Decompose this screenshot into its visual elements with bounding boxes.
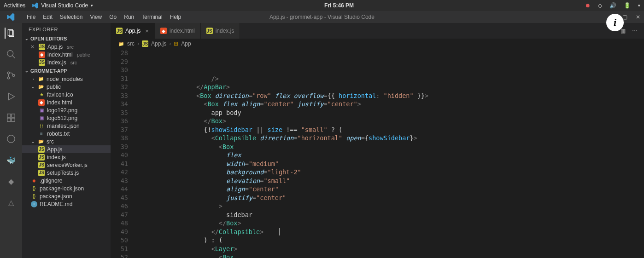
js-icon: JS bbox=[116, 28, 123, 34]
window-title: App.js - grommet-app - Visual Studio Cod… bbox=[269, 14, 375, 20]
close-editor-icon[interactable]: × bbox=[31, 44, 36, 50]
chevron-down-icon: ⌄ bbox=[25, 69, 29, 73]
activity-bar: 🐳 ◆ △ bbox=[0, 23, 22, 258]
menu-run[interactable]: Run bbox=[120, 12, 138, 22]
tree-item[interactable]: JSindex.js bbox=[22, 153, 111, 161]
code-content[interactable]: /> </AppBar> <Box direction="row" flex o… bbox=[136, 49, 644, 258]
tree-item[interactable]: JSsetupTests.js bbox=[22, 169, 111, 177]
json-icon: {} bbox=[31, 193, 37, 200]
tree-item[interactable]: ≡robots.txt bbox=[22, 130, 111, 138]
chevron-icon: ⌄ bbox=[31, 85, 35, 89]
chevron-icon: › bbox=[31, 77, 35, 81]
editor-tab[interactable]: JSApp.js× bbox=[111, 23, 155, 39]
chevron-down-icon: ⌄ bbox=[25, 36, 29, 41]
folder-icon: 📁 bbox=[38, 76, 44, 82]
extensions-icon[interactable] bbox=[6, 112, 17, 123]
open-editors-header[interactable]: ⌄ OPEN EDITORS bbox=[22, 35, 111, 42]
tree-item[interactable]: ★favicon.ico bbox=[22, 91, 111, 98]
azure-icon[interactable]: △ bbox=[6, 197, 17, 208]
screen-record-icon[interactable]: ⏺ bbox=[585, 2, 591, 9]
editor-group: JSApp.js×◆index.htmlJSindex.js▥⋯ 📁src›JS… bbox=[111, 23, 644, 258]
vscode-logo-icon bbox=[6, 13, 15, 21]
tree-item[interactable]: {}package-lock.json bbox=[22, 184, 111, 192]
img-icon: ▣ bbox=[38, 115, 45, 121]
activities-button[interactable]: Activities bbox=[4, 2, 25, 9]
tree-item[interactable]: JSserviceWorker.js bbox=[22, 161, 111, 169]
tree-item[interactable]: ⌄📂src bbox=[22, 138, 111, 145]
editor-tab[interactable]: JSindex.js bbox=[201, 23, 240, 39]
topbar-clock[interactable]: Fri 5:46 PM bbox=[93, 2, 585, 9]
svg-rect-11 bbox=[12, 118, 15, 121]
close-tab-icon[interactable]: × bbox=[145, 28, 149, 34]
js-icon: JS bbox=[38, 146, 45, 153]
open-editor-item[interactable]: ×JSApp.jssrc bbox=[22, 43, 111, 51]
more-icon[interactable]: ⋯ bbox=[632, 28, 638, 34]
html-icon: ◆ bbox=[160, 28, 167, 34]
svg-rect-9 bbox=[12, 114, 15, 117]
live-share-icon[interactable] bbox=[6, 133, 17, 144]
svg-point-2 bbox=[7, 51, 13, 57]
js-icon: JS bbox=[39, 44, 45, 50]
remote-icon[interactable]: ◆ bbox=[6, 176, 17, 187]
close-icon[interactable]: ✕ bbox=[636, 14, 640, 20]
menu-selection[interactable]: Selection bbox=[56, 12, 86, 22]
tree-item[interactable]: iREADME.md bbox=[22, 200, 111, 208]
svg-point-12 bbox=[7, 135, 15, 143]
folder-green-icon: 📂 bbox=[38, 84, 44, 90]
menu-file[interactable]: File bbox=[23, 12, 39, 22]
tree-item[interactable]: {}package.json bbox=[22, 192, 111, 200]
tree-item[interactable]: ▣logo512.png bbox=[22, 114, 111, 122]
txt-icon: ≡ bbox=[38, 131, 45, 137]
tree-item[interactable]: JSApp.js bbox=[22, 145, 111, 153]
sidebar-title: EXPLORER bbox=[22, 23, 111, 35]
breadcrumb-segment[interactable]: App bbox=[181, 40, 191, 47]
code-editor[interactable]: 2829303132333435363738394041424344454647… bbox=[111, 49, 644, 258]
text-cursor bbox=[279, 228, 280, 235]
menu-view[interactable]: View bbox=[86, 12, 105, 22]
tree-item[interactable]: ◆index.html bbox=[22, 98, 111, 106]
json-icon: {} bbox=[31, 185, 37, 192]
star-icon: ★ bbox=[38, 92, 45, 98]
menu-go[interactable]: Go bbox=[105, 12, 120, 22]
tree-item[interactable]: ⌄📂public bbox=[22, 83, 111, 91]
js-icon: JS bbox=[38, 162, 45, 168]
tree-item[interactable]: ▣logo192.png bbox=[22, 106, 111, 114]
js-icon: JS bbox=[39, 59, 45, 66]
line-gutter: 2829303132333435363738394041424344454647… bbox=[111, 49, 136, 258]
battery-icon[interactable]: 🔋 bbox=[624, 2, 631, 9]
desktop-topbar: Activities Visual Studio Code ▾ Fri 5:46… bbox=[0, 0, 644, 11]
open-editor-item[interactable]: ◆index.htmlpublic bbox=[22, 51, 111, 58]
svg-rect-10 bbox=[7, 118, 11, 121]
open-editor-item[interactable]: JSindex.jssrc bbox=[22, 58, 111, 66]
docker-icon[interactable]: 🐳 bbox=[6, 155, 17, 166]
menu-help[interactable]: Help bbox=[166, 12, 185, 22]
menu-terminal[interactable]: Terminal bbox=[138, 12, 166, 22]
breadcrumb-segment[interactable]: App.js bbox=[151, 40, 166, 47]
run-debug-icon[interactable] bbox=[6, 91, 17, 102]
svg-line-3 bbox=[12, 56, 15, 58]
editor-tab[interactable]: ◆index.html bbox=[155, 23, 201, 39]
breadcrumb[interactable]: 📁src›JSApp.js›⊞App bbox=[111, 39, 644, 49]
project-header[interactable]: ⌄ GROMMET-APP bbox=[22, 67, 111, 75]
volume-icon[interactable]: 🔊 bbox=[609, 2, 616, 9]
wifi-icon[interactable]: ◇ bbox=[598, 2, 602, 9]
vscode-icon bbox=[32, 2, 38, 9]
breadcrumb-segment[interactable]: src bbox=[127, 40, 135, 47]
menu-edit[interactable]: Edit bbox=[39, 12, 56, 22]
explorer-icon[interactable] bbox=[5, 28, 16, 39]
system-menu-icon[interactable]: ▾ bbox=[638, 3, 640, 8]
html-icon: ◆ bbox=[39, 52, 45, 58]
source-control-icon[interactable] bbox=[6, 70, 17, 81]
chevron-icon: ⌄ bbox=[31, 139, 35, 144]
search-icon[interactable] bbox=[6, 49, 17, 60]
svg-marker-7 bbox=[9, 93, 15, 100]
json-icon: {} bbox=[38, 123, 45, 129]
tree-item[interactable]: ◆.gitignore bbox=[22, 177, 111, 184]
svg-point-5 bbox=[7, 77, 10, 79]
topbar-app-indicator[interactable]: Visual Studio Code ▾ bbox=[32, 2, 93, 9]
folder-green-icon: 📂 bbox=[38, 138, 44, 145]
js-icon: JS bbox=[38, 154, 45, 161]
tree-item[interactable]: ›📁node_modules bbox=[22, 75, 111, 83]
tree-item[interactable]: {}manifest.json bbox=[22, 122, 111, 130]
html-icon: ◆ bbox=[38, 99, 45, 106]
